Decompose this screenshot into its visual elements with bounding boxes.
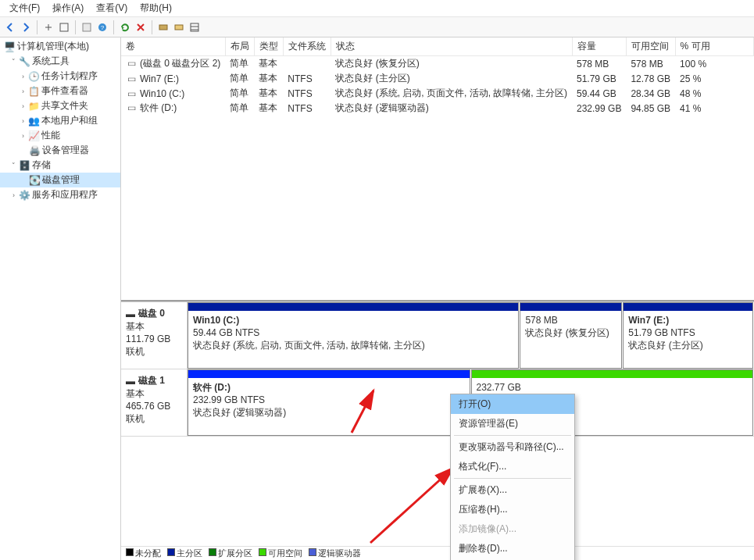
tree-device-manager[interactable]: 🖨️设备管理器 (0, 143, 120, 158)
tree-system-tools[interactable]: ˅🔧系统工具 (0, 54, 120, 69)
volume-status: 状态良好 (主分区) (331, 71, 572, 86)
disk-header-0[interactable]: ▬磁盘 0 基本 111.79 GB 联机 (121, 302, 188, 369)
menu-help[interactable]: 帮助(H) (134, 0, 178, 16)
svg-rect-1 (83, 23, 91, 31)
disk-action-icon[interactable] (156, 20, 170, 34)
partition-block[interactable]: Win7 (E:) 51.79 GB NTFS 状态良好 (主分区) (623, 302, 753, 369)
menu-action[interactable]: 操作(A) (46, 0, 90, 16)
expand-toggle-icon[interactable]: ˅ (9, 58, 18, 66)
storage-icon: 🗄️ (18, 160, 30, 171)
volume-capacity: 51.79 GB (572, 71, 626, 86)
volume-row[interactable]: ▭Win10 (C:) 简单 基本 NTFS 状态良好 (系统, 启动, 页面文… (121, 86, 754, 101)
volume-row[interactable]: ▭Win7 (E:) 简单 基本 NTFS 状态良好 (主分区) 51.79 G… (121, 71, 754, 86)
volume-free: 12.78 GB (626, 71, 675, 86)
partition-band (624, 303, 752, 311)
volume-layout: 简单 (225, 101, 254, 116)
col-type[interactable]: 类型 (254, 37, 283, 56)
tree-services-apps[interactable]: ›⚙️服务和应用程序 (0, 187, 120, 202)
toolbar: ? (0, 17, 754, 37)
volume-name: Win10 (C:) (140, 88, 184, 99)
volume-type: 基本 (254, 56, 283, 72)
volume-icon: ▭ (126, 102, 137, 113)
ctx-shrink-volume[interactable]: 压缩卷(H)... (451, 500, 574, 519)
up-icon[interactable] (41, 20, 55, 34)
disk-status: 联机 (126, 345, 182, 358)
partition-status: 状态良好 (逻辑驱动器) (193, 406, 465, 419)
ctx-change-letter[interactable]: 更改驱动器号和路径(C)... (451, 437, 574, 457)
col-capacity[interactable]: 容量 (572, 37, 626, 56)
volume-fs: NTFS (283, 101, 331, 116)
partition-status: 状态良好 (系统, 启动, 页面文件, 活动, 故障转储, 主分区) (193, 339, 513, 351)
volume-icon: ▭ (126, 73, 137, 84)
col-volume[interactable]: 卷 (121, 37, 225, 56)
disk-status: 联机 (126, 412, 182, 425)
ctx-open[interactable]: 打开(O) (451, 394, 574, 414)
tree-label: 存储 (32, 159, 51, 172)
tree-shared-folders[interactable]: ›📁共享文件夹 (0, 98, 120, 113)
volume-row[interactable]: ▭(磁盘 0 磁盘分区 2) 简单 基本 状态良好 (恢复分区) 578 MB … (121, 56, 754, 72)
col-filesystem[interactable]: 文件系统 (283, 37, 331, 56)
volume-list: 卷 布局 类型 文件系统 状态 容量 可用空间 % 可用 ▭(磁盘 0 磁盘分区… (121, 37, 754, 301)
partition-block[interactable]: 578 MB 状态良好 (恢复分区) (520, 302, 622, 369)
tree-label: 共享文件夹 (41, 99, 88, 112)
tree-task-scheduler[interactable]: ›🕒任务计划程序 (0, 69, 120, 84)
tree-local-users[interactable]: ›👥本地用户和组 (0, 113, 120, 128)
tree-performance[interactable]: ›📈性能 (0, 128, 120, 143)
partition-size: 578 MB (525, 314, 616, 326)
disk-size: 111.79 GB (126, 333, 182, 345)
disk-action2-icon[interactable] (172, 20, 186, 34)
menu-view[interactable]: 查看(V) (90, 0, 134, 16)
volume-pct-free: 25 % (675, 71, 753, 86)
volume-status: 状态良好 (系统, 启动, 页面文件, 活动, 故障转储, 主分区) (331, 86, 572, 101)
tree-disk-management[interactable]: 💽磁盘管理 (0, 173, 120, 187)
disk-graphical-view: ▬磁盘 0 基本 111.79 GB 联机 Win10 (C:) 59.44 G… (121, 301, 754, 560)
gear-icon: ⚙️ (18, 190, 30, 201)
partition-name: Win10 (C:) (193, 314, 513, 326)
volume-free: 28.34 GB (626, 86, 675, 101)
tree-storage[interactable]: ˅🗄️存储 (0, 158, 120, 173)
show-hide-icon[interactable] (57, 20, 71, 34)
refresh-icon[interactable] (118, 20, 132, 34)
legend-swatch-unallocated (126, 548, 134, 556)
event-icon: 📋 (27, 86, 40, 97)
volume-name: 软件 (D:) (140, 102, 177, 113)
volume-status: 状态良好 (逻辑驱动器) (331, 101, 572, 116)
volume-type: 基本 (254, 71, 283, 86)
ctx-extend-volume[interactable]: 扩展卷(X)... (451, 480, 574, 500)
cancel-icon[interactable] (134, 20, 148, 34)
volume-pct-free: 41 % (675, 101, 753, 116)
list-icon[interactable] (188, 20, 202, 34)
back-icon[interactable] (3, 20, 17, 34)
ctx-explorer[interactable]: 资源管理器(E) (451, 414, 574, 433)
col-status[interactable]: 状态 (331, 37, 572, 56)
volume-capacity: 578 MB (572, 56, 626, 72)
volume-fs: NTFS (283, 71, 331, 86)
partition-size: 51.79 GB NTFS (628, 326, 748, 339)
tree-label: 任务计划程序 (41, 70, 98, 83)
tree-event-viewer[interactable]: ›📋事件查看器 (0, 84, 120, 98)
col-layout[interactable]: 布局 (225, 37, 254, 56)
disk-row-1: ▬磁盘 1 基本 465.76 GB 联机 软件 (D:) 232.99 GB … (121, 369, 754, 437)
forward-icon[interactable] (19, 20, 33, 34)
col-pct-free[interactable]: % 可用 (675, 37, 753, 56)
ctx-format[interactable]: 格式化(F)... (451, 457, 574, 476)
tree-label: 系统工具 (32, 55, 70, 68)
svg-rect-0 (60, 23, 68, 31)
ctx-delete-volume[interactable]: 删除卷(D)... (451, 539, 574, 558)
properties-icon[interactable] (80, 20, 94, 34)
context-menu: 打开(O) 资源管理器(E) 更改驱动器号和路径(C)... 格式化(F)...… (450, 394, 575, 560)
disk-header-1[interactable]: ▬磁盘 1 基本 465.76 GB 联机 (121, 369, 188, 436)
volume-row[interactable]: ▭软件 (D:) 简单 基本 NTFS 状态良好 (逻辑驱动器) 232.99 … (121, 101, 754, 116)
volume-icon: ▭ (126, 58, 137, 69)
partition-block[interactable]: 软件 (D:) 232.99 GB NTFS 状态良好 (逻辑驱动器) (188, 369, 470, 436)
col-free[interactable]: 可用空间 (626, 37, 675, 56)
volume-name: (磁盘 0 磁盘分区 2) (140, 58, 220, 69)
disk-icon: ▬ (126, 376, 135, 387)
volume-fs: NTFS (283, 86, 331, 101)
clock-icon: 🕒 (27, 71, 40, 82)
partition-block[interactable]: Win10 (C:) 59.44 GB NTFS 状态良好 (系统, 启动, 页… (188, 302, 519, 369)
help-icon[interactable]: ? (95, 20, 109, 34)
menu-file[interactable]: 文件(F) (3, 0, 46, 16)
volume-icon: ▭ (126, 88, 137, 99)
tree-root-computer-mgmt[interactable]: 🖥️计算机管理(本地) (0, 39, 120, 54)
